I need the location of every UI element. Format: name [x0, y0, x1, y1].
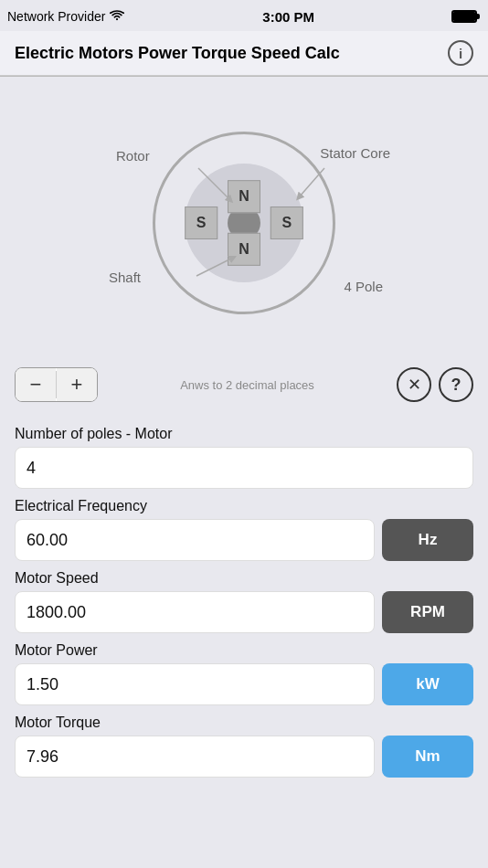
battery-icon — [451, 10, 477, 23]
torque-input[interactable] — [15, 736, 375, 778]
power-row: kW — [15, 663, 473, 705]
app-header: Electric Motors Power Torque Speed Calc … — [0, 31, 488, 76]
wifi-icon — [109, 9, 125, 25]
network-provider: Network Provider — [7, 9, 125, 25]
toolbar-hint: Anws to 2 decimal places — [98, 378, 397, 392]
speed-input[interactable] — [15, 591, 375, 633]
increment-button[interactable]: + — [57, 367, 97, 402]
stator-label: Stator Core — [320, 145, 390, 161]
app-title: Electric Motors Power Torque Speed Calc — [15, 44, 448, 63]
power-input[interactable] — [15, 663, 375, 705]
decrement-button[interactable]: − — [16, 367, 56, 402]
help-button[interactable]: ? — [439, 367, 473, 402]
pole-label: 4 Pole — [344, 279, 383, 294]
speed-unit-button[interactable]: RPM — [382, 591, 473, 633]
poles-row — [15, 447, 473, 489]
speed-label: Motor Speed — [15, 570, 473, 587]
stepper-control: − + — [15, 367, 98, 402]
toolbar: − + Anws to 2 decimal places ✕ ? — [0, 360, 488, 409]
power-unit-button[interactable]: kW — [382, 663, 473, 705]
frequency-input[interactable] — [15, 519, 375, 561]
battery-indicator — [451, 10, 477, 23]
torque-label: Motor Torque — [15, 715, 473, 731]
pole-n-top: N — [228, 180, 260, 213]
network-provider-label: Network Provider — [7, 9, 105, 24]
form-area: Number of poles - Motor Electrical Frequ… — [0, 409, 488, 796]
frequency-unit-button[interactable]: Hz — [382, 519, 473, 561]
pole-s-left: S — [185, 206, 217, 239]
info-button[interactable]: i — [448, 40, 473, 66]
pole-s-right: S — [271, 206, 303, 239]
status-time: 3:00 PM — [262, 9, 314, 25]
frequency-label: Electrical Frequency — [15, 498, 473, 514]
torque-unit-button[interactable]: Nm — [382, 736, 473, 778]
power-label: Motor Power — [15, 642, 473, 659]
status-bar: Network Provider 3:00 PM — [0, 0, 488, 31]
rotor-label: Rotor — [116, 148, 150, 164]
speed-row: RPM — [15, 591, 473, 633]
poles-label: Number of poles - Motor — [15, 426, 473, 442]
poles-input[interactable] — [15, 447, 473, 489]
torque-row: Nm — [15, 736, 473, 778]
frequency-row: Hz — [15, 519, 473, 561]
motor-diagram: Rotor Stator Core Shaft 4 Pole N N S S — [98, 95, 390, 351]
clear-button[interactable]: ✕ — [397, 367, 431, 402]
shaft-label: Shaft — [109, 270, 141, 285]
diagram-area: Rotor Stator Core Shaft 4 Pole N N S S — [0, 77, 488, 360]
pole-n-bottom: N — [228, 233, 260, 266]
